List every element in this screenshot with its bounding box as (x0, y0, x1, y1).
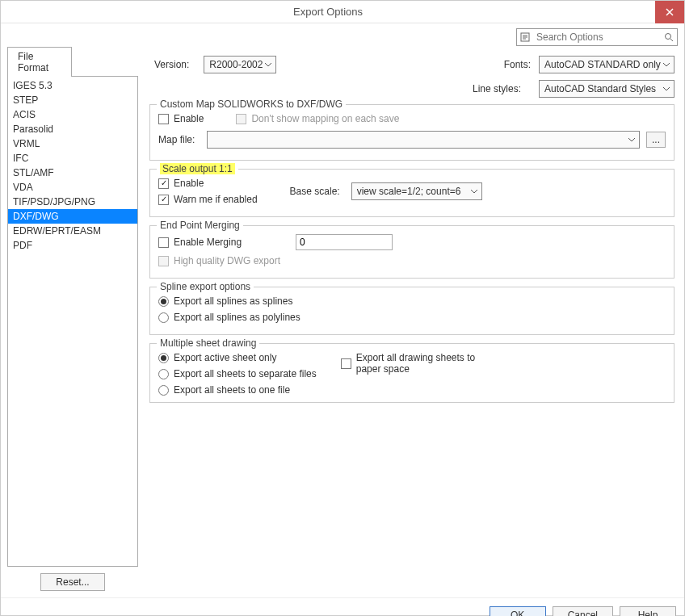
tab-file-format[interactable]: File Format (7, 47, 72, 77)
spline-as-polylines-radio[interactable]: Export all splines as polylines (158, 312, 300, 323)
radio-icon (158, 369, 169, 379)
group-multiple-sheet: Multiple sheet drawing Export active she… (149, 343, 674, 403)
scale-enable-checkbox[interactable]: Enable (158, 178, 258, 189)
close-button[interactable] (655, 1, 684, 23)
checkbox-icon (341, 358, 351, 369)
right-panel: Version: R2000-2002 Fonts: AutoCAD STAND… (146, 46, 678, 591)
base-scale-label: Base scale: (290, 186, 340, 197)
list-item[interactable]: VRML (8, 136, 137, 151)
custom-map-dontshow-label: Don't show mapping on each save (251, 113, 399, 124)
export-separate-files-radio[interactable]: Export all sheets to separate files (158, 368, 317, 379)
map-file-browse-button[interactable]: ... (646, 132, 666, 148)
endpoint-legend: End Point Merging (157, 220, 243, 231)
scale-legend-text: Scale output 1:1 (160, 163, 235, 174)
list-item[interactable]: PDF (8, 238, 137, 253)
list-item[interactable]: VDA (8, 180, 137, 195)
spline-legend: Spline export options (157, 281, 254, 292)
linestyles-select[interactable]: AutoCAD Standard Styles (539, 80, 674, 98)
radio-icon (158, 353, 169, 363)
version-value: R2000-2002 (209, 59, 263, 70)
titlebar: Export Options (1, 1, 684, 23)
checkbox-icon (158, 114, 169, 124)
checkbox-icon (236, 114, 246, 124)
enable-merging-checkbox[interactable]: Enable Merging (158, 237, 271, 248)
fonts-label: Fonts: (504, 59, 531, 70)
file-format-list[interactable]: IGES 5.3STEPACISParasolidVRMLIFCSTL/AMFV… (7, 76, 138, 567)
list-item[interactable]: STEP (8, 93, 137, 107)
list-item[interactable]: STL/AMF (8, 166, 137, 180)
export-paper-space-checkbox[interactable]: Export all drawing sheets to paper space (341, 352, 485, 375)
export-options-dialog: Export Options File Format IGES 5.3STEPA… (0, 0, 685, 616)
reset-button[interactable]: Reset... (40, 573, 104, 591)
list-item[interactable]: TIF/PSD/JPG/PNG (8, 195, 137, 209)
cancel-button[interactable]: Cancel (553, 606, 613, 616)
multi-opt3-label: Export all sheets to one file (174, 384, 290, 396)
list-item[interactable]: DXF/DWG (8, 209, 137, 224)
list-item[interactable]: EDRW/EPRT/EASM (8, 224, 137, 238)
map-file-label: Map file: (158, 134, 200, 145)
checkbox-icon (158, 195, 169, 205)
fonts-value: AutoCAD STANDARD only (544, 59, 661, 70)
custom-map-legend: Custom Map SOLIDWORKS to DXF/DWG (157, 98, 346, 110)
list-item[interactable]: IFC (8, 151, 137, 166)
high-quality-dwg-label: High quality DWG export (174, 255, 280, 266)
search-row (1, 23, 684, 46)
chevron-down-icon (662, 60, 670, 71)
search-input[interactable] (533, 31, 661, 43)
base-scale-value: view scale=1/2; count=6 (357, 186, 461, 197)
chevron-down-icon (628, 135, 636, 146)
scale-legend: Scale output 1:1 (157, 163, 238, 174)
checkbox-icon (158, 256, 169, 266)
chevron-down-icon (470, 186, 478, 198)
search-icon[interactable] (661, 32, 677, 42)
chevron-down-icon (264, 60, 272, 71)
spline-opt1-label: Export all splines as splines (174, 295, 292, 307)
paper-space-label: Export all drawing sheets to paper space (356, 352, 485, 375)
window-title: Export Options (1, 6, 655, 18)
help-button[interactable]: Help (620, 606, 676, 616)
version-fonts-row: Version: R2000-2002 Fonts: AutoCAD STAND… (154, 56, 674, 73)
list-item[interactable]: IGES 5.3 (8, 78, 137, 93)
group-scale-output: Scale output 1:1 Enable Warn me if enabl… (149, 169, 674, 217)
multi-opt2-label: Export all sheets to separate files (174, 368, 317, 379)
list-item[interactable]: ACIS (8, 107, 137, 122)
merging-value-input[interactable] (296, 234, 393, 250)
scale-warn-checkbox[interactable]: Warn me if enabled (158, 194, 258, 205)
dialog-body: File Format IGES 5.3STEPACISParasolidVRM… (1, 46, 684, 597)
custom-map-enable-checkbox[interactable]: Enable (158, 113, 204, 124)
spline-as-splines-radio[interactable]: Export all splines as splines (158, 295, 292, 307)
group-custom-map: Custom Map SOLIDWORKS to DXF/DWG Enable … (149, 104, 674, 161)
ok-button[interactable]: OK (490, 606, 546, 616)
version-label: Version: (154, 59, 189, 70)
scale-warn-label: Warn me if enabled (174, 194, 258, 205)
search-box[interactable] (516, 28, 678, 46)
multi-legend: Multiple sheet drawing (157, 337, 259, 349)
map-file-select[interactable] (207, 131, 640, 149)
enable-merging-label: Enable Merging (174, 237, 242, 248)
custom-map-enable-label: Enable (174, 113, 204, 124)
checkbox-icon (158, 237, 169, 248)
dialog-footer: OK Cancel Help (1, 597, 684, 616)
left-column: File Format IGES 5.3STEPACISParasolidVRM… (7, 46, 138, 591)
svg-point-1 (666, 34, 671, 40)
fonts-select[interactable]: AutoCAD STANDARD only (539, 56, 674, 73)
radio-icon (158, 296, 169, 307)
high-quality-dwg-checkbox: High quality DWG export (158, 255, 280, 266)
radio-icon (158, 385, 169, 396)
spline-opt2-label: Export all splines as polylines (174, 312, 300, 323)
linestyles-row: Line styles: AutoCAD Standard Styles (154, 80, 674, 98)
base-scale-select[interactable]: view scale=1/2; count=6 (351, 182, 482, 200)
linestyles-value: AutoCAD Standard Styles (544, 83, 656, 94)
custom-map-dontshow-checkbox: Don't show mapping on each save (236, 113, 399, 124)
list-item[interactable]: Parasolid (8, 122, 137, 136)
group-spline-export: Spline export options Export all splines… (149, 287, 674, 335)
scale-enable-label: Enable (174, 178, 204, 189)
export-one-file-radio[interactable]: Export all sheets to one file (158, 384, 317, 396)
close-icon (666, 8, 674, 16)
checkbox-icon (158, 178, 169, 189)
chevron-down-icon (662, 84, 670, 95)
radio-icon (158, 312, 169, 323)
export-active-sheet-radio[interactable]: Export active sheet only (158, 352, 317, 363)
group-end-point-merging: End Point Merging Enable Merging High qu… (149, 225, 674, 279)
version-select[interactable]: R2000-2002 (204, 56, 276, 73)
